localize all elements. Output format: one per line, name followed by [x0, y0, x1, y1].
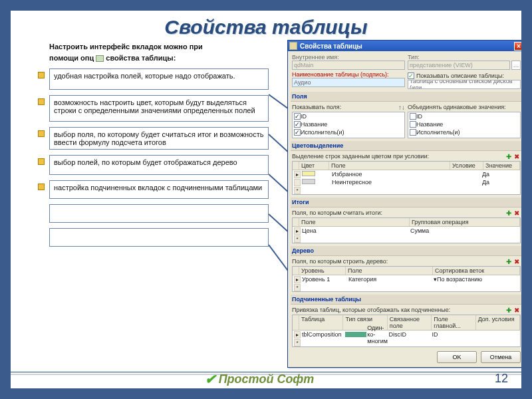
intro-line1: Настроить интерфейс вкладок можно при: [49, 43, 203, 51]
dialog-icon: [289, 42, 297, 50]
page-number: 12: [495, 372, 508, 386]
bullet-3: выбор поля, по которому будет считаться …: [49, 127, 269, 150]
section-subtables-title: Подчиненные таблицы: [291, 295, 522, 305]
intro-text: Настроить интерфейс вкладок можно при по…: [49, 41, 269, 63]
tree-subtitle: Поля, по которым строить дерево:: [292, 258, 388, 265]
reorder-buttons[interactable]: ↑↓: [398, 104, 405, 111]
bullet-3-text: выбор поля, по которому будет считаться …: [54, 130, 263, 146]
ok-button[interactable]: OK: [437, 351, 477, 363]
section-totals-title: Итоги: [291, 198, 522, 207]
subtables-table[interactable]: Таблица Тип связи Связанное поле Поле гл…: [292, 315, 521, 347]
bullet-5-text: настройка подчиненных вкладок с подчинен…: [54, 184, 262, 192]
check-icon: ✔: [205, 371, 216, 387]
input-type: представление (VIEW): [408, 61, 510, 70]
bullet-5: настройка подчиненных вкладок с подчинен…: [49, 180, 269, 199]
bullet-icon: [38, 130, 45, 137]
input-desc[interactable]: Таблица с основным списком дисков (или: [408, 80, 521, 89]
table-properties-dialog: Свойства таблицы × Внутреннее имя: qdMai…: [287, 40, 525, 368]
dialog-titlebar[interactable]: Свойства таблицы ×: [288, 41, 525, 51]
brand-logo: ✔ Простой Софт: [205, 371, 315, 387]
add-icon[interactable]: ✚: [505, 306, 513, 314]
bullet-icon: [38, 98, 45, 105]
bullet-2: возможность настроить цвет, которым буду…: [49, 95, 269, 122]
bullet-empty-1: [49, 204, 269, 223]
input-caption[interactable]: Аудио: [292, 78, 405, 87]
subtables-subtitle: Привязка таблиц, которые отображать как …: [292, 307, 450, 313]
add-icon[interactable]: ✚: [505, 152, 513, 160]
cancel-button[interactable]: Отмена: [481, 351, 521, 363]
show-fields-label: Показывать поля:: [292, 104, 341, 110]
label-internal-name: Внутреннее имя:: [292, 54, 405, 61]
bullet-1: удобная настройка полей, которые надо от…: [49, 68, 269, 90]
bullet-icon: [38, 158, 45, 165]
checkbox-show-desc[interactable]: ✓Показывать описание таблицы:: [408, 71, 521, 80]
tree-table[interactable]: УровеньПолеСортировка веток ▸Уровень 1Ка…: [292, 266, 521, 292]
bullet-icon: [38, 184, 45, 190]
intro-line2b: свойства таблицы: [106, 54, 173, 62]
colors-subtitle: Выделение строк заданным цветом при усло…: [292, 153, 429, 160]
totals-table[interactable]: ПолеГрупповая операция ▸ЦенаСумма *: [292, 217, 521, 243]
delete-icon[interactable]: ✖: [513, 209, 521, 217]
input-internal-name: qdMain: [292, 61, 405, 70]
colors-table[interactable]: Цвет Поле Условие Значение ▸ИзбранноеДа …: [292, 161, 521, 195]
delete-icon[interactable]: ✖: [513, 306, 521, 314]
bullet-icon: [38, 72, 45, 78]
totals-subtitle: Поля, по которым считать итоги:: [292, 209, 382, 216]
fields-show-list[interactable]: ✓ID ✓Название ✓Исполнитель(и): [292, 112, 405, 138]
properties-icon: [96, 55, 104, 62]
fields-merge-list[interactable]: ID Название Исполнитель(и): [408, 112, 521, 138]
bullet-2-text: возможность настроить цвет, которым буду…: [54, 98, 255, 114]
brand-text: Простой Софт: [219, 372, 315, 386]
close-icon[interactable]: ×: [514, 42, 523, 51]
slide-footer: ✔ Простой Софт: [11, 370, 521, 388]
merge-same-label: Объединять одинаковые значения:: [408, 104, 521, 110]
add-icon[interactable]: ✚: [505, 209, 513, 217]
section-colors-title: Цветовыделение: [291, 141, 522, 151]
delete-icon[interactable]: ✖: [513, 152, 521, 160]
add-icon[interactable]: ✚: [505, 257, 513, 265]
type-browse-button[interactable]: …: [511, 61, 521, 70]
slide-text-column: Настроить интерфейс вкладок можно при по…: [49, 41, 269, 252]
section-fields-title: Поля: [291, 92, 522, 102]
dialog-title-text: Свойства таблицы: [300, 43, 362, 50]
bullet-1-text: удобная настройка полей, которые надо от…: [54, 72, 235, 80]
label-type: Тип:: [408, 54, 521, 61]
bullet-4-text: выбор полей, по которым будет отображать…: [54, 158, 237, 166]
bullet-empty-2: [49, 228, 269, 247]
slide-title: Свойства таблицы: [11, 16, 521, 39]
intro-line2a: помощи опц: [49, 54, 94, 62]
section-tree-title: Дерево: [291, 246, 522, 256]
bullet-4: выбор полей, по которым будет отображать…: [49, 155, 269, 175]
label-caption: Наименование таблицы (подпись):: [292, 71, 405, 78]
delete-icon[interactable]: ✖: [513, 257, 521, 265]
